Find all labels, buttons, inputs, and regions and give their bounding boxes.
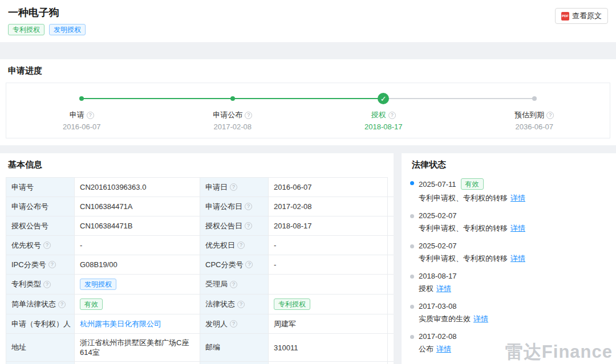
timeline-dot-icon: [410, 214, 414, 218]
help-icon: ?: [230, 183, 237, 191]
legal-status-list: 2025-07-11有效专利申请权、专利权的转移详情2025-02-07专利申请…: [410, 178, 608, 354]
info-label-text: 申请公布号: [11, 202, 48, 212]
detail-link[interactable]: 详情: [436, 284, 451, 293]
help-icon: ?: [546, 112, 554, 119]
info-label-cell: 邮编: [200, 334, 269, 362]
legal-date: 2017-02-08: [419, 332, 457, 341]
timeline-dot-icon: [410, 305, 414, 309]
progress-steps: 申请?2016-06-07申请公布?2017-02-08✓授权?2018-08-…: [6, 92, 610, 131]
progress-section-title: 申请进度: [6, 66, 610, 76]
info-label-cell: 专利类型?: [6, 275, 75, 295]
info-label-text: 专利类型: [11, 279, 41, 289]
help-icon: ?: [245, 112, 252, 119]
legal-desc-text: 专利申请权、专利权的转移: [419, 224, 508, 232]
info-label-cell: 申请公布日?: [200, 197, 269, 216]
info-value-text: CN106384471B: [80, 221, 133, 231]
legal-status-item: 2017-02-08公布详情: [410, 332, 608, 354]
info-value-cell: -: [75, 236, 200, 255]
legal-desc: 专利申请权、专利权的转移详情: [419, 193, 608, 203]
info-value-cell: CN201610396363.0: [75, 178, 200, 197]
info-label-cell: 优先权日?: [200, 236, 269, 255]
info-value-cell: [269, 275, 394, 295]
info-label-cell: 授权公告号: [6, 216, 75, 236]
help-icon: ?: [245, 203, 252, 210]
info-label-text: 申请日: [205, 182, 228, 193]
info-value-text: -: [274, 260, 276, 269]
info-value-cell: 310011: [269, 334, 394, 362]
info-value-text: CN201610396363.0: [80, 182, 146, 192]
progress-timeline: 申请?2016-06-07申请公布?2017-02-08✓授权?2018-08-…: [6, 83, 610, 138]
legal-date-row: 2017-02-08: [419, 332, 608, 341]
info-value-text: CN106384471A: [80, 202, 133, 211]
info-value-cell: 尉伟敏;卢金元: [269, 362, 394, 364]
info-label-cell: 优先权号?: [6, 236, 75, 255]
info-label-text: 受理局: [205, 279, 228, 289]
legal-desc: 授权详情: [419, 284, 608, 293]
info-value-cell: 专利授权: [269, 295, 394, 314]
legal-status-item: 2025-02-07专利申请权、专利权的转移详情: [410, 242, 608, 263]
step-dot-icon: [230, 96, 235, 101]
info-label-cell: 受理局?: [200, 275, 269, 295]
info-value-cell: 浙江省杭州市拱墅区美都广场C座614室: [75, 334, 200, 362]
detail-link[interactable]: 详情: [473, 314, 488, 323]
detail-link[interactable]: 详情: [510, 194, 525, 202]
step-date: 2018-08-17: [364, 122, 403, 131]
info-label-text: 申请（专利权）人: [11, 319, 71, 329]
info-value-text: 2018-08-17: [274, 221, 312, 231]
info-value-cell: CN106384471A: [75, 197, 200, 216]
info-label-text: 申请号: [11, 182, 34, 193]
step-label: 预估到期?: [514, 110, 554, 120]
detail-link[interactable]: 详情: [510, 224, 525, 232]
info-value-cell: 杭州露韦美日化有限公司: [75, 314, 200, 334]
check-circle-icon: ✓: [378, 93, 389, 104]
info-value-cell: 周建军: [269, 314, 394, 334]
legal-date: 2025-02-07: [419, 211, 457, 220]
step-dot-icon: [79, 96, 84, 101]
info-label-cell: 地址: [6, 334, 75, 362]
info-label-cell: 简单法律状态?: [6, 295, 75, 314]
view-original-button[interactable]: PDF 查看原文: [555, 8, 608, 24]
help-icon: ?: [237, 242, 245, 249]
entity-link[interactable]: 杭州露韦美日化有限公司: [80, 319, 161, 329]
info-label-text: 优先权号: [11, 240, 41, 251]
detail-link[interactable]: 详情: [510, 254, 525, 263]
legal-date-row: 2025-02-07: [419, 211, 608, 220]
info-value-cell: CN106384471B: [75, 216, 200, 236]
basic-info-table: 申请号CN201610396363.0申请日?2016-06-07申请公布号CN…: [6, 177, 388, 364]
legal-date-row: 2025-02-07: [419, 242, 608, 250]
help-icon: ?: [237, 301, 245, 308]
detail-link[interactable]: 详情: [436, 345, 451, 353]
info-label-cell: 申请号: [6, 178, 75, 197]
info-value-cell: -: [269, 236, 394, 255]
help-icon: ?: [58, 301, 66, 308]
step-label: 申请?: [70, 110, 94, 120]
legal-date-row: 2017-03-08: [419, 302, 608, 310]
help-icon: ?: [48, 261, 56, 268]
info-label-text: 授权公告号: [11, 221, 48, 231]
legal-status-item: 2018-08-17授权详情: [410, 272, 608, 293]
value-status-tag: 有效: [80, 298, 103, 310]
timeline-dot-icon: [410, 275, 414, 279]
info-value-cell: 2016-06-07: [269, 178, 394, 197]
info-value-text: -: [274, 240, 276, 250]
page-header: 一种电子狗 专利授权发明授权 PDF 查看原文: [0, 0, 616, 42]
help-icon: ?: [87, 112, 94, 119]
help-icon: ?: [230, 320, 237, 328]
help-icon: ?: [230, 281, 237, 288]
application-progress-section: 申请进度 申请?2016-06-07申请公布?2017-02-08✓授权?201…: [0, 59, 616, 145]
legal-date-row: 2018-08-17: [419, 272, 608, 280]
info-value-cell: -: [269, 255, 394, 275]
step-date: 2017-02-08: [214, 122, 252, 131]
view-original-label: 查看原文: [572, 11, 602, 21]
info-label-cell: IPC分类号?: [6, 255, 75, 275]
legal-desc: 实质审查的生效详情: [419, 314, 608, 324]
legal-desc-text: 实质审查的生效: [419, 314, 471, 323]
info-value-text: 2016-06-07: [274, 182, 312, 192]
legal-status-item: 2017-03-08实质审查的生效详情: [410, 302, 608, 324]
info-value-text: 浙江省杭州市拱墅区美都广场C座614室: [80, 338, 194, 357]
info-label-cell: 申请（专利权）人: [6, 314, 75, 334]
info-label-cell: 申请公布号: [6, 197, 75, 216]
info-value-cell: 有效: [75, 295, 200, 314]
timeline-dot-icon: [410, 181, 414, 185]
step-dot-icon: [532, 96, 537, 101]
